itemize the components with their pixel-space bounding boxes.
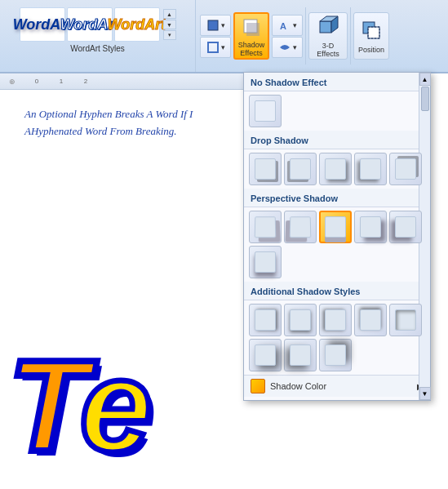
three-d-label: 3-D Effects [317,42,339,58]
shadow-item-no-shadow[interactable] [249,95,282,127]
shadow-color-row[interactable]: Shadow Color ▶ [244,375,430,397]
document-area: ⊕ 0 1 2 An Optional Hyphen Breaks A Word… [0,73,243,489]
shadow-item-add-7[interactable] [284,339,317,371]
shadow-inner-persp-1 [255,216,277,238]
shadow-inner-add-5 [395,309,416,331]
gallery-more-arrow[interactable]: ▾ [163,30,176,40]
shadow-effects-button[interactable]: Shadow Effects [233,12,269,60]
shadow-item-persp-5[interactable] [389,211,422,243]
no-shadow-title: No Shadow Effect [244,73,430,91]
shadow-item-add-1[interactable] [249,304,282,336]
drop-shadow-section: Drop Shadow [244,131,430,189]
additional-shadow-section: Additional Shadow Styles [244,282,430,375]
wordart-text-3: WordArt [108,16,166,33]
small-buttons: ▾ ▾ [200,15,231,58]
position-icon [360,19,383,43]
shadow-item-add-6[interactable] [249,339,282,371]
ribbon: WordArt WordArt WordArt ▲ ▼ ▾ WordArt St… [0,0,448,73]
svg-rect-0 [208,20,218,30]
shadow-inner-drop-2 [290,158,311,180]
wordart-styles-section: WordArt WordArt WordArt ▲ ▼ ▾ WordArt St… [0,0,196,72]
scroll-up-button[interactable]: ▲ [419,73,431,86]
shadow-inner-add-8 [325,345,346,366]
letter-T: T [8,331,88,481]
gallery-arrows: ▲ ▼ ▾ [163,9,176,40]
shadow-item-persp-6[interactable] [249,246,282,278]
svg-rect-5 [320,21,331,33]
shadow-item-add-3[interactable] [319,304,352,336]
ruler-mark-0: 0 [24,78,49,85]
ribbon-controls: ▾ ▾ Shadow Effects A ▾ [196,0,393,72]
perspective-shadow-section: Perspective Shadow [244,189,430,282]
shadow-inner-add-3 [325,309,346,331]
effects-btn-1[interactable]: A ▾ [272,15,303,36]
gallery-down-arrow[interactable]: ▼ [163,20,176,29]
shadow-color-label: Shadow Color [270,381,412,391]
shadow-item-persp-2[interactable] [284,211,317,243]
divider-1 [305,7,306,64]
fill-btn[interactable]: ▾ [200,15,231,36]
outline-btn[interactable]: ▾ [200,37,231,58]
shadow-inner-drop-1 [255,158,276,180]
svg-text:A: A [280,21,286,31]
wordart-item-3[interactable]: WordArt [114,7,160,42]
shadow-item-add-5[interactable] [389,304,422,336]
shadow-inner-add-1 [255,309,276,331]
shadow-inner-add-6 [255,345,276,366]
shadow-dropdown-panel: ▲ ▼ No Shadow Effect Drop Shadow [243,72,431,401]
document-content: An Optional Hyphen Breaks A Word If I AH… [0,90,243,157]
no-shadow-section: No Shadow Effect [244,73,430,131]
scroll-thumb[interactable] [421,87,429,111]
perspective-shadow-grid [244,207,430,282]
shadow-item-drop-5[interactable] [389,153,422,185]
body-text-line2: AHyphenated Word From Breaking. [24,123,219,140]
shadow-item-drop-1[interactable] [249,153,282,185]
effects-small-buttons: A ▾ ▾ [272,15,303,58]
three-d-effects-button[interactable]: 3-D Effects [308,12,348,60]
shadow-item-add-4[interactable] [354,304,387,336]
wordart-item-2[interactable]: WordArt [67,7,113,42]
shadow-effects-icon [240,16,263,38]
scroll-down-button[interactable]: ▼ [419,387,431,400]
shadow-inner-persp-6 [255,251,276,273]
shadow-inner-persp-5 [395,216,416,238]
shadow-item-drop-4[interactable] [354,153,387,185]
wordart-styles-label: WordArt Styles [70,44,125,53]
no-shadow-grid [244,91,430,131]
shadow-color-icon [251,379,265,393]
wordart-gallery: WordArt WordArt WordArt ▲ ▼ ▾ [20,7,176,42]
ruler-marks: 0 1 2 [24,78,98,85]
letter-e: e [80,331,153,481]
shadow-inner-add-4 [360,309,381,331]
gallery-up-arrow[interactable]: ▲ [163,9,176,19]
shadow-item-persp-1[interactable] [249,211,282,243]
additional-shadow-grid [244,300,430,375]
body-text-line1: An Optional Hyphen Breaks A Word If I [24,106,219,123]
shadow-inner-add-2 [290,309,311,331]
shadow-item-drop-3[interactable] [319,153,352,185]
drop-shadow-grid [244,149,430,189]
wordart-item-1[interactable]: WordArt [20,7,65,42]
ruler-mark-2: 2 [73,78,98,85]
shadow-inner-drop-5 [395,158,416,180]
ruler-start: ⊕ [4,78,20,86]
shadow-item-add-2[interactable] [284,304,317,336]
ruler: ⊕ 0 1 2 [0,73,243,90]
shadow-effects-label: Shadow Effects [238,41,265,57]
shadow-item-persp-3[interactable] [319,211,352,243]
effects-btn-2[interactable]: ▾ [272,37,303,58]
shadow-inner-persp-2 [290,216,312,238]
shadow-item-add-8[interactable] [319,339,352,371]
shadow-item-inner [255,100,276,122]
shadow-item-drop-2[interactable] [284,153,317,185]
divider-2 [350,7,351,64]
svg-rect-1 [208,42,218,52]
position-label: Position [358,46,384,54]
ruler-mark-1: 1 [49,78,73,85]
additional-shadow-title: Additional Shadow Styles [244,282,430,300]
shadow-inner-drop-3 [325,158,346,180]
svg-rect-3 [246,23,259,36]
shadow-inner-persp-4 [360,216,381,238]
position-button[interactable]: Position [353,12,389,60]
shadow-item-persp-4[interactable] [354,211,387,243]
